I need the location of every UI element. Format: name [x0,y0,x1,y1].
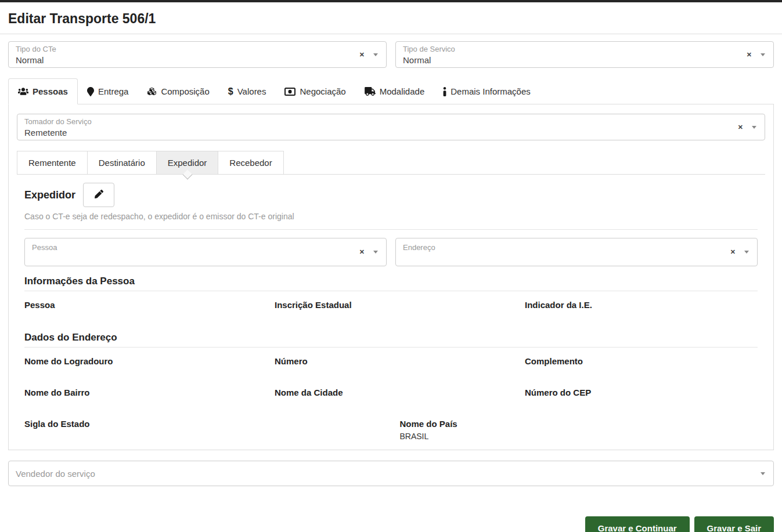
tipo-servico-label: Tipo de Servico [403,45,733,53]
field-pais: Nome do País BRASIL [400,419,758,441]
header-selects: Tipo do CTe Normal ✕ Tipo de Servico Nor… [8,41,774,68]
gravar-sair-button[interactable]: Gravar e Sair [694,516,774,532]
dados-endereco-row-1: Nome do Logradouro Número Complemento [24,356,758,379]
tab-negociacao[interactable]: Negociação [275,78,355,104]
endereco-select[interactable]: Endereço ✕ [395,238,758,266]
field-cidade: Nome da Cidade [275,388,507,410]
field-pessoa: Pessoa [24,300,257,323]
form-actions: Gravar e Continuar Gravar e Sair [8,516,774,532]
subtab-label: Recebedor [229,158,272,168]
tipo-servico-value: Normal [403,55,733,66]
tab-label: Valores [237,86,266,97]
tomador-servico-select[interactable]: Tomador do Serviço Remetente ✕ [17,114,765,140]
informacoes-pessoa-fields: Pessoa Inscrição Estadual Indicador da I… [24,300,758,323]
subtab-rementente[interactable]: Rementente [17,151,88,174]
tab-modalidade[interactable]: Modalidade [355,78,434,104]
pencil-icon [95,190,103,200]
subtab-label: Destinatário [99,158,145,168]
edit-expedidor-button[interactable] [83,183,114,207]
clear-icon[interactable]: ✕ [359,249,365,255]
field-indicador-ie: Indicador da I.E. [525,300,758,323]
tab-pessoas[interactable]: Pessoas [8,78,78,104]
pessoa-select-label: Pessoa [32,243,345,252]
tab-valores[interactable]: $ Valores [219,78,276,104]
tomador-servico-label: Tomador do Serviço [24,117,724,126]
subtab-recebedor[interactable]: Recebedor [218,151,283,174]
gravar-continuar-button[interactable]: Gravar e Continuar [585,516,690,532]
truck-icon [365,87,376,96]
tipo-servico-select[interactable]: Tipo de Servico Normal ✕ [395,41,774,68]
pessoa-subtabs: Rementente Destinatário Expedidor Recebe… [17,151,765,175]
chevron-down-icon [373,251,378,254]
users-icon [18,87,28,96]
vendedor-servico-select[interactable]: Vendedor do serviço [8,461,774,486]
tomador-servico-value: Remetente [24,127,724,138]
tab-label: Entrega [98,86,129,97]
window-top-bar [0,0,782,2]
clear-icon[interactable]: ✕ [359,52,365,58]
field-logradouro: Nome do Logradouro [24,356,257,379]
dados-endereco-row-2: Nome do Bairro Nome da Cidade Número do … [24,388,758,410]
clear-icon[interactable]: ✕ [730,249,736,255]
subtab-label: Rementente [28,158,76,168]
dados-endereco-heading: Dados do Endereço [24,332,758,348]
info-icon [443,87,446,96]
clear-icon[interactable]: ✕ [747,52,752,58]
chevron-down-icon [373,53,378,56]
tab-entrega[interactable]: Entrega [78,78,138,104]
tab-demais-informacoes[interactable]: Demais Informações [434,78,540,104]
title-divider [0,34,782,34]
subtab-label: Expedidor [168,158,207,168]
chevron-down-icon [744,251,749,254]
tab-label: Composição [161,86,209,97]
money-bill-icon [284,88,295,96]
tab-label: Modalidade [380,86,425,97]
tab-composicao[interactable]: Composição [138,78,218,104]
main-tabs: Pessoas Entrega Composição $ Valores Neg… [8,78,774,104]
dados-endereco-row-3: Sigla do Estado Nome do País BRASIL [24,419,758,441]
tipo-cte-value: Normal [16,55,345,66]
chevron-down-icon [761,472,765,475]
expedidor-selects: Pessoa ✕ Endereço ✕ [24,238,758,266]
tipo-cte-select[interactable]: Tipo do CTe Normal ✕ [8,41,387,68]
chevron-down-icon [761,53,765,56]
endereco-select-label: Endereço [403,243,716,252]
subtab-destinatario[interactable]: Destinatário [87,151,157,174]
tab-label: Negociação [300,86,345,97]
chevron-down-icon [752,126,756,129]
pessoas-tab-panel: Tomador do Serviço Remetente ✕ Rementent… [8,104,774,450]
section-divider [24,229,758,230]
tab-label: Pessoas [33,86,68,97]
expedidor-section: Expedidor Caso o CT-e seja de redespacho… [17,183,765,441]
field-estado: Sigla do Estado [24,419,383,441]
cubes-icon [147,87,157,96]
page-title: Editar Transporte 506/1 [8,11,774,27]
tipo-cte-label: Tipo do CTe [16,45,345,53]
page: Editar Transporte 506/1 Tipo do CTe Norm… [0,11,782,532]
tab-label: Demais Informações [451,86,531,97]
dollar-icon: $ [228,86,233,97]
field-numero: Número [275,356,507,379]
field-bairro: Nome do Bairro [24,388,257,410]
expedidor-heading: Expedidor [24,189,75,201]
vendedor-servico-placeholder: Vendedor do serviço [16,469,95,479]
informacoes-pessoa-heading: Informações da Pessoa [24,276,758,291]
field-complemento: Complemento [525,356,758,379]
map-marker-icon [87,87,94,96]
pessoa-select[interactable]: Pessoa ✕ [24,238,387,266]
field-cep: Número do CEP [525,388,758,410]
field-inscricao-estadual: Inscrição Estadual [275,300,507,323]
expedidor-helper-text: Caso o CT-e seja de redespacho, o expedi… [24,212,758,221]
subtab-expedidor[interactable]: Expedidor [156,151,219,174]
clear-icon[interactable]: ✕ [738,124,743,131]
